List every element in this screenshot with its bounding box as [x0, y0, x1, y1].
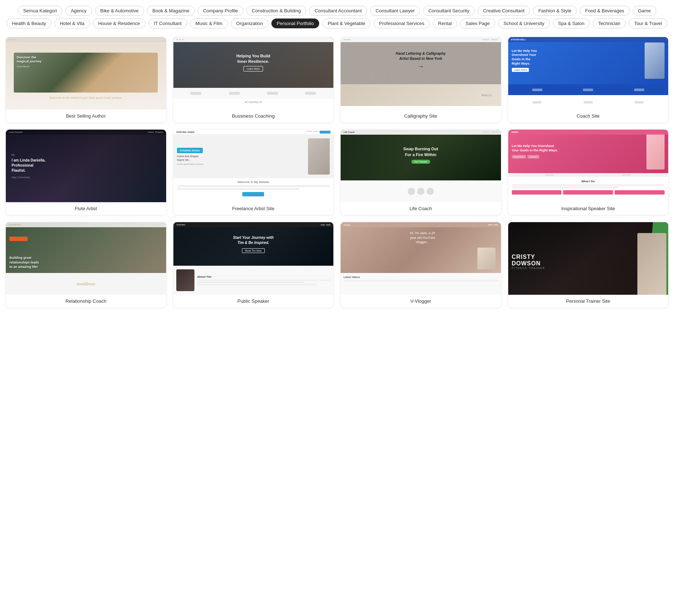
mock-btn: Learn More: [512, 68, 529, 72]
mock-site: chartist Hand Lettering & CalligraphyArt…: [341, 37, 501, 110]
card-preview-coach-site: STEVEN BELL Let Me Help YouOvershoot You…: [508, 37, 669, 110]
mock-site: CRISTINO JONES Cristina Jones Colors And…: [173, 130, 334, 202]
mock-nav: STEVEN BELL: [508, 37, 669, 42]
mock-bottom: love&Breen: [6, 273, 166, 295]
card-label-relationship-coach: Relationship Coach: [6, 295, 166, 307]
mock-site: CO CRISTY DOWSON CristyDowson FITNESS TR…: [508, 222, 669, 295]
card-label-personal-trainer-site: Personal Trainer Site: [508, 295, 669, 307]
card-preview-calligraphy-site: chartist Hand Lettering & CalligraphyArt…: [341, 37, 501, 110]
filter-chip-school---university[interactable]: School & University: [498, 19, 550, 28]
filter-chip-plant---vegetable[interactable]: Plant & Vegetable: [322, 19, 370, 28]
mock-nav: chartist: [341, 37, 501, 42]
mock-title: Swap Burning OutFor a Fire Within: [403, 146, 438, 158]
mock-name: About Tim: [197, 275, 331, 278]
card-preview-life-coach: Life Coach Swap Burning OutFor a Fire Wi…: [341, 130, 501, 202]
filter-chip-consultant-security[interactable]: Consultant Security: [423, 6, 475, 16]
filter-chip-spa---salon[interactable]: Spa & Salon: [553, 19, 590, 28]
mock-hand: What I D...: [341, 84, 501, 106]
card-relationship-coach[interactable]: love&Breen Building greatrelationships l…: [6, 222, 166, 307]
card-inspirational-speaker-site[interactable]: Let Me Help You OvershootYour Goals in t…: [508, 130, 669, 215]
mock-name: Linda Daniella: [9, 131, 22, 133]
mock-nav: TimKalter: [173, 222, 334, 227]
mock-site: Linda Daniella Home Projects Hi, I am Li…: [6, 130, 166, 202]
filter-chip-professional-services[interactable]: Professional Services: [374, 19, 430, 28]
mock-title: Let Me Help You OvershootYour Goals in t…: [512, 144, 644, 152]
mock-bottom: What I Do: [508, 177, 669, 197]
mock-photo: [176, 269, 194, 291]
mock-bottom: [341, 180, 501, 202]
filter-chip-house---residence[interactable]: House & Residence: [93, 19, 145, 28]
mock-logo: love&Breen: [77, 282, 95, 286]
filter-chip-fashion---style[interactable]: Fashion & Style: [533, 6, 577, 16]
mock-logo: Life Coach: [344, 131, 355, 133]
mock-hero: Cristina Jones Colors And ShapesInspire …: [173, 135, 334, 178]
mock-photo: [308, 138, 330, 175]
mock-what-do: What I Do: [512, 180, 665, 183]
filter-chip-music---film[interactable]: Music & Film: [190, 19, 228, 28]
filter-chip-technician[interactable]: Technician: [593, 19, 626, 28]
card-best-selling-author[interactable]: Discover themagical journey Grace Bryant…: [6, 37, 166, 122]
mock-title: Start Your Journey withTim & Be Inspired…: [233, 235, 274, 245]
filter-chip-consultant-lawyer[interactable]: Consultant Lawyer: [370, 6, 420, 16]
filter-chip-tour---travel[interactable]: Tour & Travel: [629, 19, 667, 28]
card-bussiness-coaching[interactable]: Helping You BuildInner Resilience. Learn…: [173, 37, 334, 122]
filter-chip-consultant-accountant[interactable]: Consultant Accountant: [309, 6, 367, 16]
card-calligraphy-site[interactable]: chartist Hand Lettering & CalligraphyArt…: [341, 37, 501, 122]
card-label-best-selling-author: Best Selling Author: [6, 110, 166, 122]
mock-logos: [173, 88, 334, 99]
mock-site: Grace Hi, I'm Jane, a 25year old YouTube…: [341, 222, 501, 295]
card-label-life-coach: Life Coach: [341, 202, 501, 215]
mock-caption: Welcome to the World of pure dolor ipsum…: [48, 95, 124, 101]
filter-chip-book---magazine[interactable]: Book & Magazine: [147, 6, 195, 16]
mock-site: love&Breen Building greatrelationships l…: [6, 222, 166, 295]
card-label-coach-site: Coach Site: [508, 110, 669, 122]
filter-chip-food---beverages[interactable]: Food & Beverages: [580, 6, 630, 16]
filter-chip-sales-page[interactable]: Sales Page: [460, 19, 495, 28]
filter-chip-organization[interactable]: Organization: [231, 19, 268, 28]
card-personal-trainer-site[interactable]: CO CRISTY DOWSON CristyDowson FITNESS TR…: [508, 222, 669, 307]
mock-logos: [508, 84, 669, 95]
card-label-calligraphy-site: Calligraphy Site: [341, 110, 501, 122]
mock-bottom: [508, 95, 669, 110]
filter-chip-it-consultant[interactable]: IT Consultant: [148, 19, 187, 28]
filter-chip-rental[interactable]: Rental: [433, 19, 457, 28]
mock-nav: [508, 130, 669, 135]
filter-chip-hotel---vila[interactable]: Hotel & Vila: [54, 19, 90, 28]
filter-chip-game[interactable]: Game: [633, 6, 656, 16]
filter-chip-health---beauty[interactable]: Health & Beauty: [7, 19, 52, 28]
card-preview-inspirational-speaker-site: Let Me Help You OvershootYour Goals in t…: [508, 130, 669, 202]
card-coach-site[interactable]: STEVEN BELL Let Me Help YouOvershoot You…: [508, 37, 669, 122]
mock-latest: Latest Videos: [344, 276, 498, 278]
filter-chip-creative-consultant[interactable]: Creative Consultant: [478, 6, 530, 16]
card-life-coach[interactable]: Life Coach Swap Burning OutFor a Fire Wi…: [341, 130, 501, 215]
mock-left: Cristina Jones Colors And ShapesInspire …: [177, 138, 305, 175]
card-label-inspirational-speaker-site: Inspirational Speaker Site: [508, 202, 669, 215]
mock-name: Cristina Jones: [177, 148, 203, 153]
card-flute-artist[interactable]: Linda Daniella Home Projects Hi, I am Li…: [6, 130, 166, 215]
card-preview-personal-trainer-site: CO CRISTY DOWSON CristyDowson FITNESS TR…: [508, 222, 669, 295]
filter-chip-bike---automotive[interactable]: Bike & Automotive: [95, 6, 144, 16]
mock-nav: [173, 37, 334, 42]
filter-chip-semua-kategori[interactable]: Semua Kategori: [18, 6, 62, 16]
card-preview-v-vlogger: Grace Hi, I'm Jane, a 25year old YouTube…: [341, 222, 501, 295]
mock-nav: CRISTINO JONES: [173, 130, 334, 135]
filter-chip-company-profile[interactable]: Company Profile: [198, 6, 243, 16]
mock-bottom: Welcome To My Website: [173, 178, 334, 199]
mock-btn: Learn More: [243, 66, 263, 72]
mock-hero: Start Your Journey withTim & Be Inspired…: [173, 222, 334, 266]
filter-chip-personal-portfolio[interactable]: Personal Portfolio: [271, 19, 320, 28]
mock-nav: Grace: [341, 222, 501, 227]
mock-photo: [477, 248, 496, 269]
filter-chip-construction---building[interactable]: Construction & Building: [246, 6, 306, 16]
mock-desc: About Tim: [197, 275, 331, 285]
card-freelance-artist-site[interactable]: CRISTINO JONES Cristina Jones Colors And…: [173, 130, 334, 215]
card-label-public-speaker: Public Speaker: [173, 295, 334, 307]
mock-text: Let Me Help You OvershootYour Goals in t…: [512, 144, 644, 158]
card-label-flute-artist: Flute Artist: [6, 202, 166, 215]
cards-grid: Discover themagical journey Grace Bryant…: [6, 37, 668, 307]
card-public-speaker[interactable]: TimKalter Start Your Journey withTim & B…: [173, 222, 334, 307]
card-v-vlogger[interactable]: Grace Hi, I'm Jane, a 25year old YouTube…: [341, 222, 501, 307]
filter-chip-agency[interactable]: Agency: [65, 6, 92, 16]
mock-hero: Hi, I'm Jane, a 25year old YouTubeVlogge…: [341, 222, 501, 273]
mock-photo: [645, 42, 665, 79]
